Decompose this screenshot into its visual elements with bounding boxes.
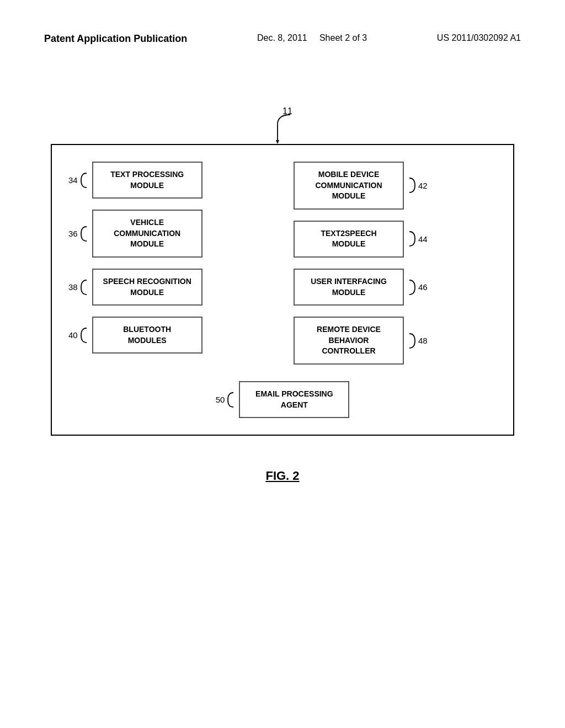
- ref-42-label: 42: [407, 177, 428, 194]
- remote-device-behavior-controller: REMOTE DEVICE BEHAVIOR CONTROLLER: [294, 317, 404, 365]
- mobile-device-communication-module: MOBILE DEVICE COMMUNICATION MODULE: [294, 162, 404, 210]
- module-row-38: 38 SPEECH RECOGNITION MODULE: [68, 269, 271, 306]
- ref-36-label: 36: [68, 226, 89, 242]
- patent-number: US 2011/0302092 A1: [437, 33, 521, 43]
- ref-40-label: 40: [68, 327, 89, 344]
- ref-11-bracket: [275, 114, 291, 141]
- ref-44-label: 44: [407, 231, 428, 247]
- ref-48-label: 48: [407, 333, 428, 349]
- module-row-34: 34 TEXT PROCESSING MODULE: [68, 162, 271, 199]
- date-sheet: Dec. 8, 2011 Sheet 2 of 3: [257, 33, 367, 43]
- ref-34-label: 34: [68, 172, 89, 189]
- email-processing-agent: EMAIL PROCESSING AGENT: [239, 381, 349, 418]
- svg-marker-0: [276, 140, 279, 144]
- module-row-48: REMOTE DEVICE BEHAVIOR CONTROLLER 48: [294, 317, 497, 365]
- speech-recognition-module: SPEECH RECOGNITION MODULE: [92, 269, 202, 306]
- module-row-50: 50 EMAIL PROCESSING AGENT: [216, 381, 350, 418]
- user-interfacing-module: USER INTERFACING MODULE: [294, 269, 404, 306]
- text2speech-module: TEXT2SPEECH MODULE: [294, 221, 404, 258]
- ref-46-label: 46: [407, 279, 428, 296]
- bottom-row: 50 EMAIL PROCESSING AGENT: [68, 381, 497, 418]
- header: Patent Application Publication Dec. 8, 2…: [44, 33, 521, 45]
- module-row-46: USER INTERFACING MODULE 46: [294, 269, 497, 306]
- right-column: MOBILE DEVICE COMMUNICATION MODULE 42: [282, 162, 497, 376]
- left-column: 34 TEXT PROCESSING MODULE 36: [68, 162, 282, 376]
- page: Patent Application Publication Dec. 8, 2…: [0, 0, 565, 728]
- publication-label: Patent Application Publication: [44, 33, 187, 45]
- module-row-44: TEXT2SPEECH MODULE 44: [294, 221, 497, 258]
- module-row-40: 40 BLUETOOTH MODULES: [68, 317, 271, 354]
- ref-50-label: 50: [216, 392, 236, 408]
- vehicle-communication-module: VEHICLE COMMUNICATION MODULE: [92, 210, 202, 258]
- main-diagram-box: 34 TEXT PROCESSING MODULE 36: [51, 144, 514, 436]
- bluetooth-modules: BLUETOOTH MODULES: [92, 317, 202, 354]
- diagram-container: 11 34: [44, 144, 521, 483]
- ref-38-label: 38: [68, 279, 89, 296]
- modules-grid: 34 TEXT PROCESSING MODULE 36: [68, 162, 497, 376]
- sheet: Sheet 2 of 3: [319, 33, 367, 42]
- fig-label: FIG. 2: [265, 469, 299, 483]
- module-row-42: MOBILE DEVICE COMMUNICATION MODULE 42: [294, 162, 497, 210]
- module-row-36: 36 VEHICLE COMMUNICATION MODULE: [68, 210, 271, 258]
- text-processing-module: TEXT PROCESSING MODULE: [92, 162, 202, 199]
- date: Dec. 8, 2011: [257, 33, 307, 42]
